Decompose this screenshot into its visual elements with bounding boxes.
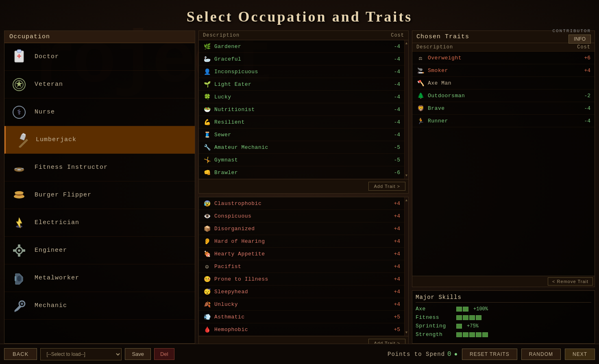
conspicuous-icon: 👁️ <box>203 212 211 220</box>
scroll-down-arrow[interactable]: ▼ <box>404 172 408 179</box>
amateur-mechanic-cost: -5 <box>388 144 400 150</box>
hearty-appetite-name: Hearty Appetite <box>214 251 388 257</box>
positive-trait-list[interactable]: 🌿 Gardener -4 🦢 Graceful -4 👤 Inconspicu… <box>199 40 404 179</box>
trait-prone-to-illness[interactable]: 🤒 Prone to Illness +4 <box>199 273 404 286</box>
skill-axe-row: Axe +100% <box>416 306 591 312</box>
trait-hard-of-hearing[interactable]: 👂 Hard of Hearing +4 <box>199 235 404 248</box>
inconspicuous-cost: -4 <box>388 69 400 75</box>
remove-trait-button[interactable]: < Remove Trait <box>548 277 593 286</box>
trait-resilient[interactable]: 💪 Resilient -4 <box>199 116 404 129</box>
trait-sewer[interactable]: 🧵 Sewer -4 <box>199 129 404 141</box>
info-button[interactable]: INFO <box>569 35 591 44</box>
disorganized-name: Disorganized <box>214 226 388 232</box>
trait-nutritionist[interactable]: 🥗 Nutritionist -4 <box>199 103 404 116</box>
trait-light-eater[interactable]: 🌱 Light Eater -4 <box>199 78 404 91</box>
chosen-brave[interactable]: 🦁 Brave -4 <box>412 102 595 115</box>
points-display: Points to Spend 0 ● <box>388 351 458 358</box>
chosen-runner[interactable]: 🏃 Runner -4 <box>412 115 595 127</box>
available-col-cost: Cost <box>391 33 404 38</box>
overweight-cost: +6 <box>578 55 590 61</box>
fitness-instructor-name: Fitness Instructor <box>35 164 108 171</box>
next-button[interactable]: NEXT <box>565 349 595 360</box>
chosen-smoker[interactable]: 🚬 Smoker +4 <box>412 64 595 77</box>
light-eater-cost: -4 <box>388 81 400 87</box>
chosen-outdoorsman[interactable]: 🌲 Outdoorsman -2 <box>412 89 595 102</box>
reset-traits-button[interactable]: RESET TRAITS <box>462 349 517 360</box>
trait-asthmatic[interactable]: 💨 Asthmatic +5 <box>199 311 404 323</box>
add-positive-trait-button[interactable]: Add Trait > <box>368 182 405 191</box>
claustrophobic-cost: +4 <box>388 201 400 207</box>
skill-strength-row: Strength <box>416 331 591 338</box>
trait-disorganized[interactable]: 📦 Disorganized +4 <box>199 222 404 235</box>
positive-scrollbar[interactable]: ▲ ▼ <box>404 40 408 179</box>
major-skills-title: Major Skills <box>416 294 591 303</box>
chosen-list: ⚖️ Overweight +6 🚬 Smoker +4 🪓 Axe Man 🌲… <box>412 52 595 276</box>
trait-amateur-mechanic[interactable]: 🔧 Amateur Mechanic -5 <box>199 141 404 154</box>
chosen-axe-man[interactable]: 🪓 Axe Man <box>412 77 595 89</box>
trait-inconspicuous[interactable]: 👤 Inconspicuous -4 <box>199 65 404 78</box>
nutritionist-name: Nutritionist <box>214 107 388 113</box>
trait-brawler[interactable]: 👊 Brawler -6 <box>199 166 404 179</box>
burger-flipper-icon <box>9 185 29 205</box>
runner-cost: -4 <box>578 118 590 124</box>
trait-gymnast[interactable]: 🤸 Gymnast -5 <box>199 154 404 166</box>
trait-pacifist[interactable]: ☮️ Pacifist +4 <box>199 260 404 273</box>
save-button[interactable]: Save <box>125 348 151 360</box>
trait-claustrophobic[interactable]: 😰 Claustrophobic +4 <box>199 197 404 210</box>
resilient-name: Resilient <box>214 119 388 125</box>
occupation-item-mechanic[interactable]: Mechanic <box>4 292 195 320</box>
trait-sleepyhead[interactable]: 😴 Sleepyhead +4 <box>199 286 404 298</box>
axe-man-icon: 🪓 <box>416 79 425 87</box>
occupation-item-fitness-instructor[interactable]: Fitness Instructor <box>4 154 195 181</box>
load-select[interactable]: [--Select to load--] <box>40 348 122 360</box>
axe-man-name: Axe Man <box>428 80 578 86</box>
conspicuous-name: Conspicuous <box>214 213 388 219</box>
chosen-col-cost: Cost <box>577 44 590 50</box>
lucky-cost: -4 <box>388 94 400 100</box>
trait-gardener[interactable]: 🌿 Gardener -4 <box>199 40 404 53</box>
bottom-bar: BACK [--Select to load--] Save Del Point… <box>0 344 599 364</box>
occupation-item-engineer[interactable]: Engineer <box>4 237 195 264</box>
outdoorsman-icon: 🌲 <box>416 92 425 100</box>
overweight-icon: ⚖️ <box>416 54 425 62</box>
negative-trait-list[interactable]: 😰 Claustrophobic +4 👁️ Conspicuous +4 📦 … <box>199 197 404 336</box>
occupation-item-metalworker[interactable]: Metalworker <box>4 264 195 292</box>
scroll-up-arrow[interactable]: ▲ <box>404 40 408 47</box>
veteran-icon <box>9 75 29 94</box>
skill-axe-bars: +100% <box>456 306 591 312</box>
neg-scroll-down[interactable]: ▼ <box>404 329 408 336</box>
chosen-col-headers: Description Cost <box>412 43 595 52</box>
chosen-overweight[interactable]: ⚖️ Overweight +6 <box>412 52 595 64</box>
neg-scroll-up[interactable]: ▲ <box>404 197 408 204</box>
occupation-list[interactable]: Doctor Veteran ⚕ <box>4 43 195 343</box>
occupation-item-doctor[interactable]: Doctor <box>4 43 195 71</box>
prone-to-illness-name: Prone to Illness <box>214 276 388 282</box>
sewer-icon: 🧵 <box>203 131 211 139</box>
chosen-title: Chosen Traits <box>416 33 469 40</box>
trait-conspicuous[interactable]: 👁️ Conspicuous +4 <box>199 210 404 222</box>
occupation-item-electrician[interactable]: Electrician <box>4 209 195 237</box>
page-title: Select Occupation and Traits <box>187 8 413 25</box>
occupation-item-burger-flipper[interactable]: Burger Flipper <box>4 181 195 209</box>
sewer-cost: -4 <box>388 132 400 138</box>
svg-rect-25 <box>15 276 16 281</box>
back-button[interactable]: BACK <box>4 348 37 360</box>
available-col-description: Description <box>203 33 240 38</box>
occupation-item-nurse[interactable]: ⚕ Nurse <box>4 98 195 126</box>
chosen-col-description: Description <box>416 44 453 50</box>
occupation-item-lumberjack[interactable]: Lumberjack <box>4 126 195 154</box>
trait-hemophobic[interactable]: 🩸 Hemophobic +5 <box>199 323 404 336</box>
del-button[interactable]: Del <box>154 348 174 360</box>
trait-unlucky[interactable]: 🍂 Unlucky +4 <box>199 298 404 311</box>
occupation-item-veteran[interactable]: Veteran <box>4 71 195 98</box>
smoker-icon: 🚬 <box>416 66 425 74</box>
random-button[interactable]: RANDOM <box>521 349 561 360</box>
light-eater-icon: 🌱 <box>203 80 211 88</box>
prone-to-illness-icon: 🤒 <box>203 275 211 283</box>
trait-hearty-appetite[interactable]: 🍖 Hearty Appetite +4 <box>199 248 404 260</box>
negative-scrollbar[interactable]: ▲ ▼ <box>404 197 408 336</box>
veteran-name: Veteran <box>35 81 63 88</box>
outdoorsman-cost: -2 <box>578 93 590 99</box>
trait-graceful[interactable]: 🦢 Graceful -4 <box>199 53 404 65</box>
trait-lucky[interactable]: 🍀 Lucky -4 <box>199 91 404 103</box>
